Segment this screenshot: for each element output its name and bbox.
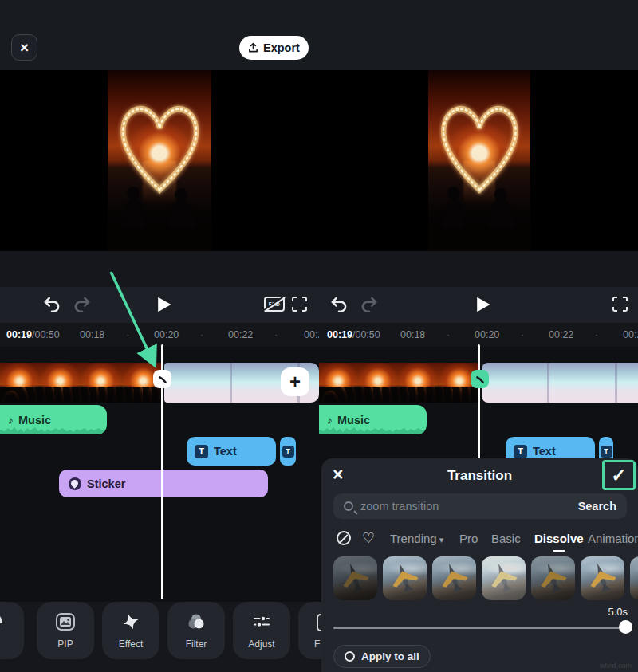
tab-trending[interactable]: Trending▾ bbox=[390, 532, 443, 545]
favorites-heart-icon[interactable]: ♡ bbox=[362, 529, 375, 547]
toolbar-label: Adjust bbox=[248, 639, 274, 650]
waveform bbox=[0, 424, 107, 434]
ruler-left-view[interactable]: 00:19/00:50 00:18 · 00:20 · 00:22 · 00:2 bbox=[0, 323, 319, 347]
transition-thumbnail[interactable] bbox=[482, 556, 526, 600]
transition-thumbnail[interactable] bbox=[581, 556, 624, 600]
toolbar-effect-button[interactable]: Effect bbox=[102, 602, 160, 659]
toolbar-label: Filter bbox=[186, 639, 207, 650]
music-track[interactable]: ♪ Music bbox=[319, 405, 427, 434]
fullscreen-button[interactable] bbox=[292, 297, 307, 312]
ruler-tick: 00:22 bbox=[228, 329, 253, 340]
transition-icon bbox=[475, 374, 486, 385]
jet-preview bbox=[482, 556, 526, 600]
magic-star-icon bbox=[120, 612, 141, 631]
ruler-dot: · bbox=[447, 329, 450, 340]
remove-watermark-icon[interactable]: FHD bbox=[264, 297, 285, 312]
toolbar-sticker-button[interactable]: ker bbox=[0, 602, 24, 659]
ruler-right-view[interactable]: 00:19/00:50 00:18 · 00:20 · 00:22 · 00:2 bbox=[319, 323, 638, 347]
toolbar-pip-button[interactable]: PIP bbox=[37, 602, 94, 659]
export-button[interactable]: Export bbox=[239, 36, 309, 60]
transition-marker-active[interactable] bbox=[471, 370, 489, 388]
text-track-label: Text bbox=[533, 445, 556, 458]
total-time: /00:50 bbox=[32, 329, 60, 340]
none-transition-icon[interactable] bbox=[337, 531, 351, 545]
ruler-dot: · bbox=[521, 329, 524, 340]
toolbar-label: F bbox=[314, 639, 320, 650]
search-icon bbox=[344, 501, 353, 511]
confirm-button[interactable]: ✓ bbox=[602, 460, 636, 490]
search-input[interactable] bbox=[360, 500, 571, 513]
sticker-track-label: Sticker bbox=[87, 477, 125, 490]
transition-thumbnail[interactable] bbox=[333, 556, 377, 600]
tab-basic[interactable]: Basic bbox=[491, 532, 521, 545]
search-button[interactable]: Search bbox=[578, 500, 616, 513]
ruler-dot: · bbox=[200, 329, 203, 340]
text-badge-icon: T bbox=[514, 445, 527, 458]
clip-sunset[interactable] bbox=[319, 363, 478, 403]
text-badge-icon: T bbox=[282, 446, 294, 458]
jet-preview bbox=[531, 556, 575, 600]
transition-icon bbox=[157, 374, 168, 385]
ruler-dot: · bbox=[126, 329, 129, 340]
text-track-segment[interactable]: T bbox=[280, 437, 296, 466]
apply-to-all-button[interactable]: Apply to all bbox=[333, 645, 431, 668]
fullscreen-button[interactable] bbox=[612, 297, 628, 312]
clip-sky[interactable] bbox=[482, 363, 638, 403]
duration-slider-handle[interactable] bbox=[619, 620, 632, 634]
duration-value: 5.0s bbox=[608, 606, 628, 618]
ruler-tick: 00:20 bbox=[475, 329, 499, 340]
jet-preview bbox=[630, 556, 638, 600]
sticker-track[interactable]: Sticker bbox=[59, 470, 268, 497]
video-preview-left[interactable] bbox=[108, 70, 211, 251]
tab-pro[interactable]: Pro bbox=[459, 532, 478, 545]
timeline-ruler: 00:19/00:50 00:18 · 00:20 · 00:22 · 00:2… bbox=[0, 323, 638, 347]
video-preview-right[interactable] bbox=[428, 70, 530, 251]
tab-dissolve[interactable]: Dissolve bbox=[534, 532, 584, 545]
play-button[interactable] bbox=[471, 293, 493, 316]
close-editor-button[interactable]: × bbox=[11, 34, 37, 61]
toolbar-adjust-button[interactable]: Adjust bbox=[233, 602, 290, 659]
total-time: /00:50 bbox=[352, 329, 380, 340]
text-track-label: Text bbox=[214, 445, 237, 458]
toolbar-label: PIP bbox=[57, 639, 73, 650]
toolbar-filter-button[interactable]: Filter bbox=[167, 602, 225, 659]
duration-slider[interactable] bbox=[333, 627, 626, 629]
apply-to-all-label: Apply to all bbox=[361, 650, 419, 662]
sparkler-heart bbox=[114, 97, 205, 198]
playback-controls-bar: FHD bbox=[0, 287, 638, 323]
panel-title: Transition bbox=[321, 468, 638, 484]
transition-thumbnail[interactable] bbox=[383, 556, 427, 600]
music-track[interactable]: ♪ Music bbox=[0, 405, 107, 434]
top-bar: × Export bbox=[0, 0, 638, 70]
video-preview-area bbox=[0, 70, 638, 251]
close-icon: × bbox=[20, 39, 29, 57]
redo-button[interactable] bbox=[359, 294, 380, 315]
undo-button[interactable] bbox=[329, 294, 349, 315]
play-button[interactable] bbox=[152, 293, 174, 316]
text-badge-icon: T bbox=[195, 445, 208, 458]
add-clip-button[interactable]: + bbox=[281, 367, 309, 396]
waveform bbox=[319, 424, 427, 434]
redo-button[interactable] bbox=[72, 294, 93, 315]
transition-thumbnail[interactable] bbox=[630, 556, 638, 600]
transition-marker[interactable] bbox=[153, 370, 171, 388]
chevron-down-icon: ▾ bbox=[439, 535, 444, 544]
ruler-tick: 00:18 bbox=[400, 329, 425, 340]
clip-sunset[interactable] bbox=[0, 363, 163, 403]
sticker-icon bbox=[0, 612, 2, 634]
pip-icon bbox=[55, 612, 76, 631]
transition-thumbnail[interactable] bbox=[432, 556, 476, 600]
checkmark-icon: ✓ bbox=[611, 465, 626, 486]
playhead[interactable] bbox=[478, 344, 480, 464]
search-bar[interactable]: Search bbox=[333, 493, 627, 519]
plus-icon: + bbox=[289, 371, 301, 393]
jet-preview bbox=[333, 556, 377, 600]
transition-thumbnail[interactable] bbox=[531, 556, 575, 600]
undo-button[interactable] bbox=[41, 294, 62, 315]
tab-animation[interactable]: Animation bbox=[588, 532, 638, 545]
text-track[interactable]: T Text bbox=[187, 437, 276, 466]
sliders-icon bbox=[251, 612, 272, 631]
text-badge-icon: T bbox=[601, 446, 612, 458]
ruler-tick: 00:2 bbox=[304, 329, 319, 340]
ruler-dot: · bbox=[595, 329, 598, 340]
